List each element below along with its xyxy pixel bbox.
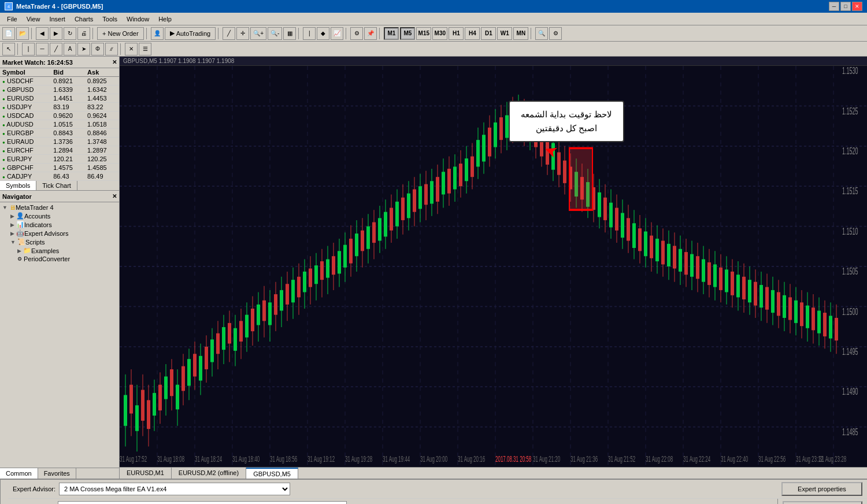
market-watch-row[interactable]: ● EURUSD 1.4451 1.4453 <box>0 94 119 103</box>
vline-tool[interactable]: | <box>22 43 35 55</box>
market-watch-close[interactable]: ✕ <box>112 59 117 65</box>
menu-view[interactable]: View <box>22 14 45 24</box>
nav-indicators[interactable]: ▶ 📊 Indicators <box>1 220 118 229</box>
period-m15[interactable]: M15 <box>416 27 431 40</box>
period-m5[interactable]: M5 <box>400 27 415 40</box>
chart-area[interactable]: GBPUSD,M5 1.1907 1.1908 1.1907 1.1908 <box>120 57 867 479</box>
hline-tool[interactable]: ─ <box>36 43 49 55</box>
tab-tick-chart[interactable]: Tick Chart <box>36 181 77 190</box>
menu-file[interactable]: File <box>2 14 22 24</box>
period-h4[interactable]: H4 <box>465 27 480 40</box>
nav-expert-advisors[interactable]: ▶ 🤖 Expert Advisors <box>1 229 118 238</box>
svg-text:31 Aug 21:36: 31 Aug 21:36 <box>570 455 598 464</box>
line-button[interactable]: ╱ <box>223 27 235 40</box>
menu-insert[interactable]: Insert <box>45 14 70 24</box>
trendline-tool[interactable]: ╱ <box>50 43 62 55</box>
status-dot: ● <box>2 131 5 136</box>
tab-common[interactable]: Common <box>0 468 38 479</box>
tab-symbols[interactable]: Symbols <box>0 181 36 190</box>
menu-window[interactable]: Window <box>122 14 154 24</box>
nav-examples[interactable]: ▶ 📁 Examples <box>1 246 118 255</box>
status-dot: ● <box>2 123 5 128</box>
close-button[interactable]: ✕ <box>852 2 862 11</box>
title-bar: 4 MetaTrader 4 - [GBPUSD,M5] ─ □ ✕ <box>0 0 867 13</box>
forward-button[interactable]: ▶ <box>50 27 62 40</box>
market-watch-row[interactable]: ● USDCHF 0.8921 0.8925 <box>0 77 119 86</box>
period-d1[interactable]: D1 <box>481 27 496 40</box>
settings-button[interactable]: ⚙ <box>549 27 562 40</box>
new-order-button[interactable]: + New Order <box>97 27 144 40</box>
symbol-select[interactable]: GBPUSD, Great Britain Pound vs US Dollar <box>58 501 347 504</box>
channel-tool[interactable]: ⫽ <box>105 43 118 55</box>
back-button[interactable]: ◀ <box>36 27 49 40</box>
autotrading-button[interactable]: ▶ AutoTrading <box>165 27 216 40</box>
symbol-properties-button[interactable]: Symbol properties <box>783 501 862 504</box>
new-file-button[interactable]: 📄 <box>2 27 15 40</box>
arrow-tool[interactable]: ➤ <box>77 43 90 55</box>
search-button[interactable]: 🔍 <box>535 27 548 40</box>
obj-delete[interactable]: ✕ <box>125 43 138 55</box>
chart-tab-gbpusd-m5[interactable]: GBPUSD,M5 <box>246 468 298 479</box>
expert-properties-button[interactable]: Expert properties <box>781 482 862 496</box>
tab-favorites[interactable]: Favorites <box>38 468 76 479</box>
chart-canvas[interactable]: 1.1530 1.1525 1.1520 1.1515 1.1510 1.150… <box>120 66 867 467</box>
svg-rect-234 <box>684 252 688 275</box>
market-watch-row[interactable]: ● EURCHF 1.2894 1.2897 <box>0 146 119 155</box>
obj-list[interactable]: ☰ <box>139 43 151 55</box>
navigator-close[interactable]: ✕ <box>112 193 117 199</box>
chart-type-button[interactable]: ▦ <box>283 27 296 40</box>
market-watch-row[interactable]: ● USDCAD 0.9620 0.9624 <box>0 112 119 120</box>
open-button[interactable]: 📂 <box>16 27 29 40</box>
market-watch-row[interactable]: ● EURGBP 0.8843 0.8846 <box>0 129 119 138</box>
svg-rect-96 <box>286 284 289 305</box>
attach-button[interactable]: 📌 <box>364 27 377 40</box>
crosshair-button[interactable]: ✛ <box>236 27 249 40</box>
chart-candle-button[interactable]: ◆ <box>317 27 329 40</box>
chart-tab-eurusd-m2[interactable]: EURUSD,M2 (offline) <box>172 468 246 479</box>
svg-text:1.1485: 1.1485 <box>842 427 858 437</box>
market-watch-row[interactable]: ● USDJPY 83.19 83.22 <box>0 103 119 112</box>
app-title: MetaTrader 4 - [GBPUSD,M5] <box>16 3 103 10</box>
nav-scripts[interactable]: ▼ 📜 Scripts <box>1 238 118 246</box>
svg-rect-210 <box>615 208 618 231</box>
market-watch-row[interactable]: ● EURAUD 1.3736 1.3748 <box>0 138 119 146</box>
text-tool[interactable]: A <box>64 43 76 55</box>
svg-rect-168 <box>494 123 497 147</box>
svg-text:31 Aug 20:00: 31 Aug 20:00 <box>420 455 447 464</box>
period-m1[interactable]: M1 <box>384 27 399 40</box>
maximize-button[interactable]: □ <box>840 2 851 11</box>
zoom-in-button[interactable]: 🔍+ <box>250 27 266 40</box>
chart-tab-eurusd-m1[interactable]: EURUSD,M1 <box>120 468 172 479</box>
period-w1[interactable]: W1 <box>497 27 512 40</box>
chart-line-button[interactable]: 📈 <box>331 27 343 40</box>
menu-charts[interactable]: Charts <box>70 14 98 24</box>
ea-dropdown[interactable]: 2 MA Crosses Mega filter EA V1.ex4 <box>59 483 290 495</box>
indicator-button[interactable]: ⚙ <box>350 27 363 40</box>
market-watch-row[interactable]: ● GBPUSD 1.6339 1.6342 <box>0 86 119 94</box>
menu-help[interactable]: Help <box>154 14 176 24</box>
chart-bar-button[interactable]: | <box>303 27 316 40</box>
period-mn[interactable]: MN <box>513 27 528 40</box>
market-watch-row[interactable]: ● EURJPY 120.21 120.25 <box>0 155 119 164</box>
zoom-out-button[interactable]: 🔍- <box>268 27 282 40</box>
mw-symbol: ● GBPCHF <box>0 164 51 172</box>
market-watch-row[interactable]: ● CADJPY 86.43 86.49 <box>0 172 119 181</box>
refresh-button[interactable]: ↻ <box>64 27 76 40</box>
mw-bid: 83.19 <box>51 103 85 112</box>
period-m30[interactable]: M30 <box>432 27 447 40</box>
select-tool[interactable]: ↖ <box>2 43 15 55</box>
svg-rect-158 <box>465 158 468 181</box>
market-watch-row[interactable]: ● GBPCHF 1.4575 1.4585 <box>0 164 119 172</box>
fib-tool[interactable]: Φ <box>91 43 104 55</box>
print-button[interactable]: 🖨 <box>77 27 90 40</box>
nav-accounts[interactable]: ▶ 👤 Accounts <box>1 212 118 220</box>
menu-tools[interactable]: Tools <box>98 14 122 24</box>
chart-zoom-icon[interactable]: 👤 <box>151 27 164 40</box>
minimize-button[interactable]: ─ <box>829 2 839 11</box>
period-h1[interactable]: H1 <box>449 27 464 40</box>
mw-ask: 83.22 <box>85 103 119 112</box>
nav-period-converter[interactable]: ⚙ PeriodConverter <box>1 255 118 263</box>
market-watch-row[interactable]: ● AUDUSD 1.0515 1.0518 <box>0 120 119 129</box>
nav-metatrader4[interactable]: ▼ 🖥 MetaTrader 4 <box>1 203 118 212</box>
svg-text:31 Aug 19:28: 31 Aug 19:28 <box>345 455 372 464</box>
